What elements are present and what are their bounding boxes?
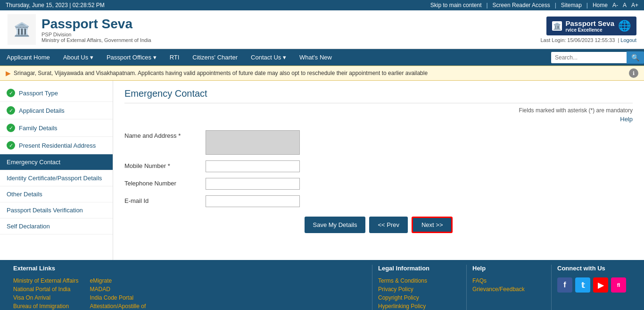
font-small[interactable]: A- [612,2,618,8]
footer-hyperlinking[interactable]: Hyperlinking Policy [378,303,461,310]
font-normal[interactable]: A [623,2,627,8]
sidebar-label-identity-cert: Identity Certificate/Passport Details [7,175,102,182]
ticker-arrow-icon: ▶ [6,69,11,77]
input-telephone[interactable] [206,178,300,190]
site-title: Passport Seva [41,17,151,32]
check-icon: ✓ [7,124,15,132]
flickr-icon[interactable]: fl [611,277,626,293]
skip-link[interactable]: Skip to main content [430,2,482,8]
search-input[interactable] [551,52,627,63]
footer-terms[interactable]: Terms & Conditions [378,277,461,284]
form-mandatory-note: Fields marked with asterisk (*) are mand… [124,107,633,114]
sidebar-label-passport-verification: Passport Details Verification [7,207,83,214]
home-link[interactable]: Home [593,2,608,8]
last-login-label: Last Login: 15/06/2023 [540,37,593,43]
footer-link-visa[interactable]: Visa On Arrival [13,294,79,301]
footer-privacy[interactable]: Privacy Policy [378,286,461,293]
nav-rti[interactable]: RTI [163,49,186,66]
sidebar-item-other-details[interactable]: Other Details [0,186,113,202]
passport-seva-logo: 🏛️ Passport Seva rvice Excellence 🌐 [546,17,636,35]
check-icon: ✓ [7,106,15,115]
last-login-time: 12:55:33 [594,37,615,43]
footer: External Links Ministry of External Affa… [0,260,644,310]
footer-ext-links-container: Ministry of External Affairs National Po… [13,277,366,310]
ministry-label: Ministry of External Affairs, Government… [41,37,151,43]
next-button[interactable]: Next >> [412,217,453,233]
sidebar-item-identity-cert[interactable]: Identity Certificate/Passport Details [0,170,113,186]
search-button[interactable]: 🔍 [627,51,644,64]
footer-link-attestation[interactable]: Attestation/Apostille of [90,303,146,310]
sidebar-item-present-residential[interactable]: ✓ Present Residential Address [0,137,113,154]
login-info: Last Login: 15/06/2023 12:55:33 | Logout [540,37,636,43]
input-mobile[interactable] [206,160,300,172]
prev-button[interactable]: << Prev [369,217,408,233]
save-button[interactable]: Save My Details [305,217,366,233]
youtube-icon[interactable]: ▶ [593,277,608,293]
nav-applicant-home[interactable]: Applicant Home [0,49,57,66]
nav-contact-us[interactable]: Contact Us ▾ [244,49,293,66]
form-title: Emergency Contact [124,88,633,103]
footer-link-mea[interactable]: Ministry of External Affairs [13,277,79,284]
footer-link-npi[interactable]: National Portal of India [13,286,79,293]
footer-grievance[interactable]: Grievance/Feedback [472,286,545,293]
footer-legal-heading: Legal Information [378,265,461,274]
sidebar-label-family-details: Family Details [19,125,58,132]
font-large[interactable]: A+ [631,2,638,8]
header-title: Passport Seva PSP Division Ministry of E… [41,17,151,43]
footer-link-india-code[interactable]: India Code Portal [90,294,146,301]
input-email[interactable] [206,195,300,207]
footer-link-madad[interactable]: MADAD [90,286,146,293]
navbar: Applicant Home About Us ▾ Passport Offic… [0,49,644,66]
nav-whats-new[interactable]: What's New [293,49,339,66]
footer-connect-heading: Connect with Us [557,265,631,274]
sidebar-label-other-details: Other Details [7,191,42,198]
footer-columns: External Links Ministry of External Affa… [8,265,636,310]
footer-ext-col2: eMigrate MADAD India Code Portal Attesta… [90,277,146,310]
nav-about-us[interactable]: About Us ▾ [57,49,100,66]
nav-passport-offices[interactable]: Passport Offices ▾ [100,49,163,66]
sitemap-link[interactable]: Sitemap [561,2,582,8]
sidebar-item-applicant-details[interactable]: ✓ Applicant Details [0,102,113,119]
sidebar-item-family-details[interactable]: ✓ Family Details [0,119,113,137]
sidebar-item-emergency-contact[interactable]: Emergency Contact [0,154,113,170]
globe-icon: 🌐 [618,20,631,32]
footer-legal: Legal Information Terms & Conditions Pri… [372,265,467,310]
header-right: 🏛️ Passport Seva rvice Excellence 🌐 Last… [540,17,636,43]
check-icon: ✓ [7,141,15,150]
sidebar-label-present-residential: Present Residential Address [19,142,96,149]
footer-external-heading: External Links [13,265,366,274]
ticker-text: Srinagar, Surat, Vijayawada and Visakhap… [14,70,428,76]
sidebar-label-self-declaration: Self Declaration [7,223,50,230]
emblem-logo: 🏛️ [8,14,36,45]
sidebar-item-passport-type[interactable]: ✓ Passport Type [0,84,113,102]
form-row-name-address: Name and Address * [124,130,633,155]
footer-link-bureau[interactable]: Bureau of Immigration [13,303,79,310]
footer-copyright[interactable]: Copyright Policy [378,294,461,301]
label-mobile: Mobile Number * [124,160,200,169]
form-help-link[interactable]: Help [124,116,633,123]
twitter-icon[interactable]: 𝕥 [575,277,590,293]
footer-help: Help FAQs Grievance/Feedback [467,265,552,310]
sidebar: ✓ Passport Type ✓ Applicant Details ✓ Fa… [0,81,113,260]
input-name-address[interactable] [206,130,300,155]
screen-reader-link[interactable]: Screen Reader Access [493,2,550,8]
form-buttons: Save My Details << Prev Next >> [124,217,633,233]
header: 🏛️ Passport Seva PSP Division Ministry o… [0,10,644,49]
form-row-email: E-mail Id [124,195,633,207]
footer-ext-col1: Ministry of External Affairs National Po… [13,277,79,310]
logout-link[interactable]: Logout [620,37,636,43]
sidebar-label-passport-type: Passport Type [19,90,58,97]
brand-name: Passport Seva [566,19,614,27]
footer-link-emigrate[interactable]: eMigrate [90,277,146,284]
sidebar-item-self-declaration[interactable]: Self Declaration [0,218,113,235]
division-label: PSP Division [41,32,151,37]
ticker-bar: ▶ Srinagar, Surat, Vijayawada and Visakh… [0,66,644,81]
top-bar-right: Skip to main content | Screen Reader Acc… [430,2,638,8]
ticker-info-button[interactable]: ℹ [629,68,638,78]
footer-faq[interactable]: FAQs [472,277,545,284]
nav-citizens-charter[interactable]: Citizens' Charter [186,49,244,66]
label-email: E-mail Id [124,195,200,204]
check-icon: ✓ [7,89,15,97]
sidebar-item-passport-verification[interactable]: Passport Details Verification [0,202,113,218]
facebook-icon[interactable]: f [557,277,572,293]
